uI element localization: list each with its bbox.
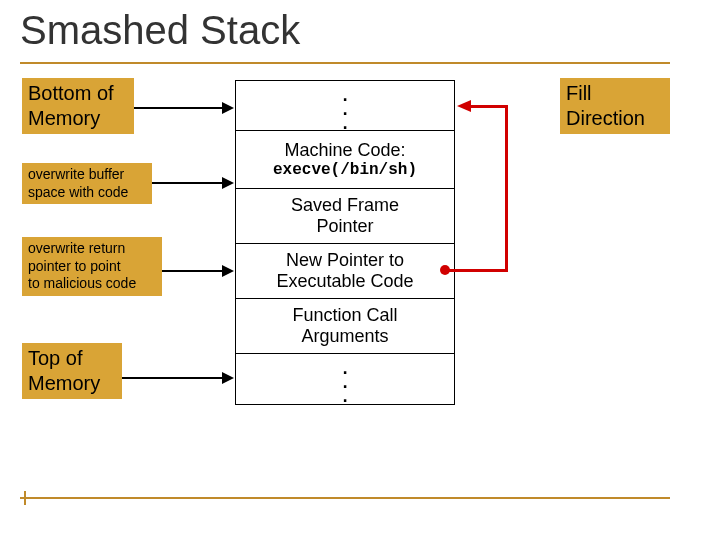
red-path <box>505 105 508 272</box>
arrow-connector <box>162 270 222 272</box>
stack-cell-text: Arguments <box>301 326 388 347</box>
stack-cell-text: Function Call <box>292 305 397 326</box>
red-path <box>470 105 508 108</box>
title-underline <box>20 62 670 64</box>
stack-cell-text: Executable Code <box>276 271 413 292</box>
stack-cell-dots-top: . . . <box>236 81 454 131</box>
dot-icon: . <box>341 113 348 127</box>
stack-cell-function-call-args: Function Call Arguments <box>236 299 454 354</box>
footer-rule <box>20 497 670 499</box>
red-path <box>448 269 508 272</box>
dot-icon: . <box>341 386 348 400</box>
arrow-connector <box>122 377 222 379</box>
stack-cell-machine-code: Machine Code: execve(/bin/sh) <box>236 131 454 189</box>
stack-cell-text: Saved Frame <box>291 195 399 216</box>
label-bottom-of-memory: Bottom ofMemory <box>22 78 134 134</box>
arrow-head-icon <box>222 265 234 277</box>
label-overwrite-return: overwrite returnpointer to pointto malic… <box>22 237 162 296</box>
arrow-connector <box>134 107 222 109</box>
label-fill-direction: FillDirection <box>560 78 670 134</box>
stack-diagram: . . . Machine Code: execve(/bin/sh) Save… <box>235 80 455 405</box>
arrow-head-icon <box>222 102 234 114</box>
stack-cell-saved-frame-pointer: Saved Frame Pointer <box>236 189 454 244</box>
stack-cell-dots-bottom: . . . <box>236 354 454 404</box>
label-overwrite-buffer: overwrite bufferspace with code <box>22 163 152 204</box>
red-arrow-head-icon <box>457 100 471 112</box>
stack-cell-text: Pointer <box>316 216 373 237</box>
label-top-of-memory: Top ofMemory <box>22 343 122 399</box>
arrow-head-icon <box>222 177 234 189</box>
stack-cell-new-pointer: New Pointer to Executable Code <box>236 244 454 299</box>
arrow-connector <box>152 182 222 184</box>
stack-cell-text: execve(/bin/sh) <box>273 161 417 179</box>
footer-tick <box>24 491 26 505</box>
arrow-head-icon <box>222 372 234 384</box>
stack-cell-text: Machine Code: <box>284 140 405 161</box>
page-title: Smashed Stack <box>20 8 300 53</box>
stack-cell-text: New Pointer to <box>286 250 404 271</box>
